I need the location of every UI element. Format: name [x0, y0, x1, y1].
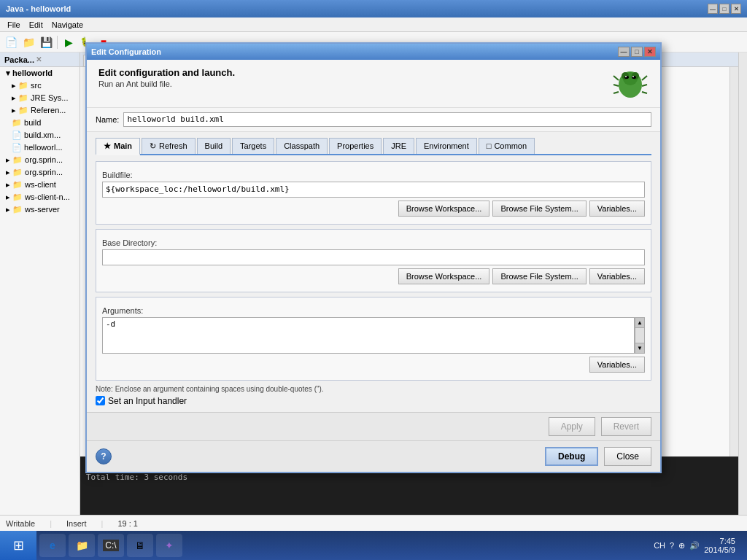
- debug-btn[interactable]: Debug: [545, 447, 598, 466]
- args-wrapper: -d ▲ ▼: [102, 317, 645, 354]
- svg-line-5: [614, 85, 619, 86]
- args-scroll-down[interactable]: ▼: [635, 343, 644, 353]
- buildfile-browse-workspace-btn[interactable]: Browse Workspace...: [398, 201, 490, 217]
- basedir-input[interactable]: [102, 249, 645, 265]
- tab-targets[interactable]: Targets: [232, 138, 274, 154]
- tab-common-label: Common: [494, 141, 527, 150]
- basedir-label: Base Directory:: [102, 238, 645, 247]
- buildfile-section: Buildfile: Browse Workspace... Browse Fi…: [96, 161, 651, 225]
- main-tab-content: Buildfile: Browse Workspace... Browse Fi…: [96, 161, 651, 406]
- basedir-buttons-row: Browse Workspace... Browse File System..…: [102, 268, 645, 284]
- tab-properties[interactable]: Properties: [329, 138, 382, 154]
- taskbar-tray: CH ? ⊕ 🔊 7:45 2014/5/9: [648, 537, 747, 554]
- input-handler-label: Set an Input handler: [108, 396, 187, 406]
- tab-refresh[interactable]: ↻ Refresh: [142, 138, 196, 154]
- tab-build[interactable]: Build: [197, 138, 231, 154]
- status-insert: Insert: [66, 519, 87, 528]
- dialog-overlay: Edit Configuration — □ ✕: [0, 0, 747, 515]
- taskbar-folder[interactable]: 📁: [69, 534, 95, 557]
- arguments-variables-btn[interactable]: Variables...: [589, 357, 645, 373]
- dialog-subtitle: Run an Ant build file.: [98, 79, 649, 88]
- tab-jre[interactable]: JRE: [383, 138, 414, 154]
- svg-point-13: [632, 76, 634, 77]
- start-button[interactable]: ⊞: [0, 531, 36, 560]
- svg-line-7: [642, 76, 647, 80]
- status-position: 19 : 1: [117, 519, 138, 528]
- arguments-section: Arguments: -d ▲ ▼ Variables...: [96, 297, 651, 381]
- tab-main-icon: ★: [104, 141, 111, 151]
- args-scrollbar[interactable]: ▲ ▼: [635, 317, 645, 354]
- taskbar-ie[interactable]: e: [39, 534, 66, 557]
- args-textarea-container: -d ▲ ▼: [102, 317, 645, 354]
- tab-refresh-icon: ↻: [150, 141, 156, 151]
- svg-point-10: [624, 76, 629, 79]
- apply-revert-row: Apply Revert: [87, 412, 660, 440]
- basedir-variables-btn[interactable]: Variables...: [589, 268, 645, 284]
- tab-common-icon: □: [487, 141, 492, 150]
- edit-configuration-dialog: Edit Configuration — □ ✕: [85, 42, 662, 473]
- tab-environment-label: Environment: [424, 141, 469, 150]
- dialog-header: Edit configuration and launch. Run an An…: [87, 60, 660, 108]
- dialog-maximize-btn[interactable]: □: [631, 47, 643, 57]
- dialog-close-btn[interactable]: ✕: [644, 47, 656, 57]
- tab-common[interactable]: □ Common: [479, 138, 535, 154]
- input-handler-row: Set an Input handler: [96, 396, 651, 406]
- name-row: Name:: [87, 108, 660, 132]
- tab-properties-label: Properties: [337, 141, 374, 150]
- buildfile-buttons-row: Browse Workspace... Browse File System..…: [102, 201, 645, 217]
- svg-line-9: [642, 92, 647, 93]
- input-handler-checkbox[interactable]: [96, 396, 105, 405]
- statusbar: Writable | Insert | 19 : 1: [0, 515, 747, 531]
- svg-line-6: [614, 92, 619, 93]
- buildfile-label: Buildfile:: [102, 171, 645, 179]
- arguments-textarea[interactable]: -d: [102, 317, 635, 354]
- tab-bar: ★ Main ↻ Refresh Build Targets Classpath: [96, 138, 651, 155]
- taskbar-network[interactable]: 🖥: [127, 534, 153, 557]
- tab-main-label: Main: [114, 141, 132, 150]
- status-writable: Writable: [6, 519, 35, 528]
- svg-point-11: [632, 76, 636, 79]
- basedir-section: Base Directory: Browse Workspace... Brow…: [96, 229, 651, 292]
- apply-btn[interactable]: Apply: [549, 417, 595, 436]
- basedir-input-row: [102, 249, 645, 265]
- bug-icon-container: [612, 64, 649, 103]
- buildfile-browse-filesystem-btn[interactable]: Browse File System...: [492, 201, 586, 217]
- dialog-body: ★ Main ↻ Refresh Build Targets Classpath: [87, 132, 660, 412]
- dialog-title: Edit Configuration: [91, 47, 161, 56]
- arguments-label: Arguments:: [102, 306, 645, 315]
- svg-point-12: [625, 76, 627, 77]
- dialog-titlebar: Edit Configuration — □ ✕: [87, 44, 660, 60]
- tab-environment[interactable]: Environment: [416, 138, 477, 154]
- tab-jre-label: JRE: [391, 141, 406, 150]
- basedir-browse-filesystem-btn[interactable]: Browse File System...: [492, 268, 586, 284]
- windows-logo: ⊞: [13, 537, 24, 553]
- tab-classpath[interactable]: Classpath: [276, 138, 328, 154]
- taskbar: ⊞ e 📁 C:\ 🖥 ✦ CH ? ⊕ 🔊 7:45 2014/5/9: [0, 531, 747, 560]
- tab-main[interactable]: ★ Main: [96, 138, 140, 155]
- footer-left: ?: [96, 448, 112, 464]
- taskbar-items: e 📁 C:\ 🖥 ✦: [36, 534, 648, 557]
- bug-icon: [612, 64, 649, 101]
- svg-line-4: [614, 76, 619, 80]
- dialog-minimize-btn[interactable]: —: [618, 47, 630, 57]
- args-buttons-row: Variables...: [102, 357, 645, 373]
- dialog-heading: Edit configuration and launch.: [98, 67, 649, 78]
- buildfile-variables-btn[interactable]: Variables...: [589, 201, 645, 217]
- args-scroll-up[interactable]: ▲: [635, 318, 644, 328]
- dialog-titlebar-buttons: — □ ✕: [618, 47, 656, 57]
- tab-build-label: Build: [205, 141, 222, 150]
- buildfile-input[interactable]: [102, 182, 645, 198]
- revert-btn[interactable]: Revert: [601, 417, 651, 436]
- close-btn[interactable]: Close: [604, 447, 651, 466]
- basedir-browse-workspace-btn[interactable]: Browse Workspace...: [398, 268, 490, 284]
- help-btn[interactable]: ?: [96, 448, 112, 464]
- name-input[interactable]: [123, 112, 651, 127]
- svg-line-8: [642, 85, 647, 86]
- note-text: Note: Enclose an argument containing spa…: [96, 385, 651, 393]
- tab-refresh-label: Refresh: [159, 141, 187, 150]
- taskbar-cmd[interactable]: C:\: [98, 534, 124, 557]
- taskbar-eclipse[interactable]: ✦: [156, 534, 182, 557]
- name-label: Name:: [96, 115, 119, 124]
- taskbar-clock: 7:45 2014/5/9: [704, 537, 741, 554]
- tab-targets-label: Targets: [240, 141, 266, 150]
